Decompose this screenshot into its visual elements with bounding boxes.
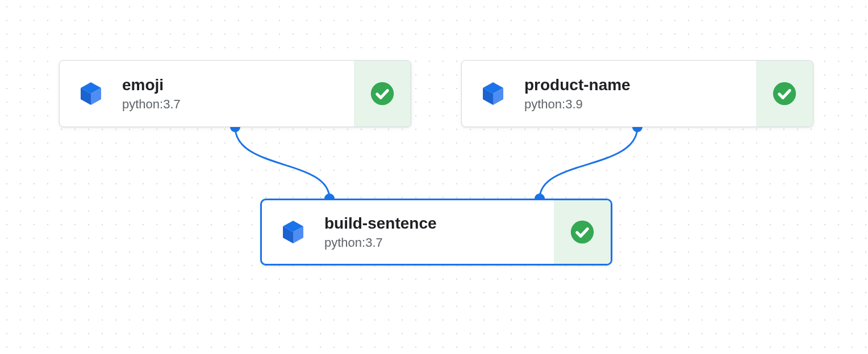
svg-point-0 <box>371 82 394 105</box>
cube-icon <box>279 218 307 246</box>
edge-productname-to-build <box>540 127 637 199</box>
node-status-zone <box>756 61 813 127</box>
pipeline-node-emoji[interactable]: emoji python:3.7 <box>59 60 411 127</box>
node-status-zone <box>354 61 411 127</box>
node-title: product-name <box>524 75 747 95</box>
node-status-zone <box>554 200 611 264</box>
check-circle-icon <box>370 81 395 106</box>
node-icon-zone <box>262 200 324 264</box>
node-title: build-sentence <box>324 214 545 233</box>
cube-icon <box>479 80 507 107</box>
node-text-zone: build-sentence python:3.7 <box>324 200 554 264</box>
node-text-zone: emoji python:3.7 <box>122 61 354 127</box>
check-circle-icon <box>772 81 797 106</box>
svg-point-1 <box>773 82 796 105</box>
edges-layer <box>0 0 868 354</box>
node-subtitle: python:3.7 <box>122 97 345 112</box>
pipeline-node-build-sentence[interactable]: build-sentence python:3.7 <box>260 199 612 266</box>
edge-emoji-to-build <box>235 127 329 199</box>
svg-point-2 <box>571 221 594 243</box>
node-icon-zone <box>60 61 122 127</box>
node-subtitle: python:3.7 <box>324 235 545 250</box>
check-circle-icon <box>570 220 595 245</box>
node-subtitle: python:3.9 <box>524 97 747 112</box>
cube-icon <box>77 80 105 107</box>
pipeline-canvas[interactable]: emoji python:3.7 product-name python:3.9 <box>0 0 868 354</box>
node-title: emoji <box>122 75 345 95</box>
node-text-zone: product-name python:3.9 <box>524 61 756 127</box>
pipeline-node-product-name[interactable]: product-name python:3.9 <box>461 60 813 127</box>
node-icon-zone <box>462 61 524 127</box>
